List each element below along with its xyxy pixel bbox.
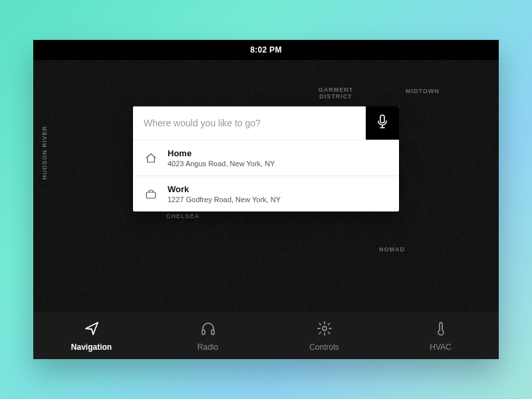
tab-label: Controls — [309, 342, 339, 352]
suggestion-address: 4023 Angus Road, New York, NY — [168, 160, 275, 168]
tab-navigation[interactable]: Navigation — [33, 313, 150, 359]
tab-bar: Navigation Radio Controls — [33, 313, 499, 359]
status-bar: 8:02 PM — [33, 40, 499, 60]
gear-icon — [317, 321, 332, 338]
svg-rect-0 — [380, 115, 384, 123]
search-row — [133, 106, 399, 140]
microphone-icon — [376, 114, 388, 132]
home-icon — [144, 152, 158, 164]
svg-point-7 — [323, 327, 327, 331]
suggestion-text: Home 4023 Angus Road, New York, NY — [168, 148, 275, 168]
device-frame: 8:02 PM Hudson River CHELSEA GARMENT DIS… — [33, 40, 499, 359]
suggestion-title: Work — [168, 184, 281, 194]
svg-rect-6 — [211, 330, 214, 334]
thermometer-icon — [433, 321, 449, 338]
tab-controls[interactable]: Controls — [266, 313, 382, 359]
search-panel: Home 4023 Angus Road, New York, NY Work … — [133, 106, 399, 211]
tab-radio[interactable]: Radio — [150, 313, 266, 359]
suggestion-text: Work 1227 Godfrey Road, New York, NY — [168, 184, 281, 203]
suggestion-work[interactable]: Work 1227 Godfrey Road, New York, NY — [133, 176, 399, 211]
tab-label: HVAC — [430, 342, 451, 352]
suggestion-address: 1227 Godfrey Road, New York, NY — [168, 196, 281, 203]
svg-rect-5 — [202, 330, 205, 334]
suggestion-home[interactable]: Home 4023 Angus Road, New York, NY — [133, 140, 399, 176]
destination-input[interactable] — [133, 106, 366, 140]
navigation-icon — [84, 321, 100, 338]
tab-hvac[interactable]: HVAC — [382, 313, 499, 359]
svg-rect-3 — [146, 192, 156, 198]
headphones-icon — [200, 321, 216, 338]
briefcase-icon — [144, 188, 158, 200]
svg-marker-4 — [86, 323, 98, 334]
tab-label: Radio — [198, 342, 218, 352]
tab-label: Navigation — [71, 342, 112, 352]
voice-search-button[interactable] — [366, 106, 399, 140]
suggestion-title: Home — [168, 148, 275, 158]
clock: 8:02 PM — [250, 45, 281, 55]
